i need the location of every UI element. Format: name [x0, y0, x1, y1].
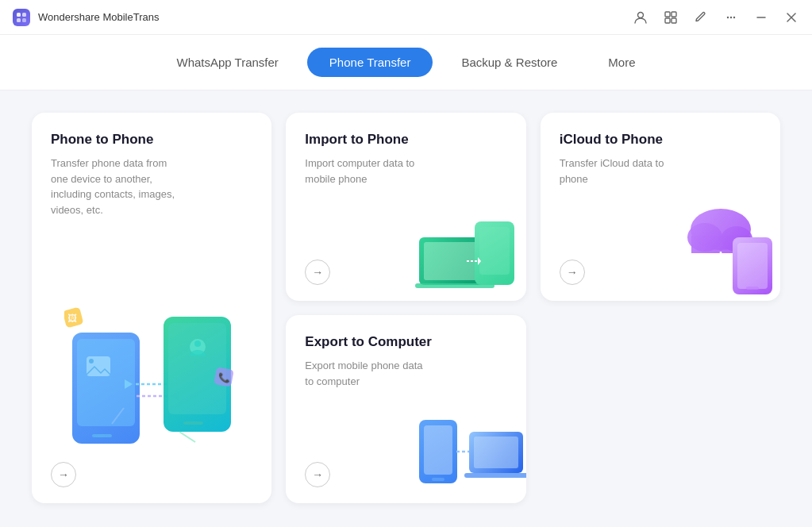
nav-whatsapp-transfer[interactable]: WhatsApp Transfer — [154, 48, 300, 77]
card-import-to-phone[interactable]: Import to Phone Import computer data to … — [286, 113, 525, 301]
export-illustration — [415, 408, 518, 495]
svg-rect-3 — [22, 18, 26, 22]
app-icon — [13, 9, 30, 26]
svg-rect-43 — [424, 425, 452, 475]
nav-backup-restore[interactable]: Backup & Restore — [439, 48, 579, 77]
import-illustration — [415, 206, 518, 293]
svg-text:📞: 📞 — [218, 371, 230, 383]
phone-to-phone-illustration: 🖼 📞 — [64, 301, 239, 456]
card-phone-to-phone-desc: Transfer phone data from one device to a… — [51, 156, 178, 217]
card-icloud-arrow[interactable]: → — [560, 260, 585, 285]
svg-point-10 — [730, 16, 732, 17]
card-export-title: Export to Computer — [305, 334, 506, 350]
svg-rect-6 — [672, 12, 676, 17]
card-phone-to-phone[interactable]: Phone to Phone Transfer phone data from … — [32, 113, 271, 503]
account-button[interactable] — [633, 10, 648, 25]
title-bar-left: Wondershare MobileTrans — [13, 9, 159, 26]
title-bar-right — [633, 10, 799, 25]
edit-button[interactable] — [693, 10, 709, 25]
card-export-arrow[interactable]: → — [305, 462, 330, 487]
card-import-desc: Import computer data to mobile phone — [305, 156, 432, 187]
title-bar: Wondershare MobileTrans — [0, 0, 812, 35]
icloud-illustration — [669, 198, 772, 293]
svg-rect-2 — [17, 18, 21, 22]
svg-rect-22 — [183, 421, 203, 425]
svg-rect-0 — [17, 13, 21, 17]
svg-rect-46 — [474, 437, 518, 468]
app-title: Wondershare MobileTrans — [38, 11, 159, 23]
card-phone-to-phone-arrow[interactable]: → — [51, 462, 76, 487]
card-export-to-computer[interactable]: Export to Computer Export mobile phone d… — [286, 315, 525, 503]
main-content: Phone to Phone Transfer phone data from … — [0, 90, 812, 525]
card-icloud-to-phone[interactable]: iCloud to Phone Transfer iCloud data to … — [541, 113, 780, 301]
card-import-title: Import to Phone — [305, 132, 506, 148]
svg-rect-8 — [672, 18, 676, 23]
card-import-arrow[interactable]: → — [305, 260, 330, 285]
card-phone-to-phone-title: Phone to Phone — [51, 132, 252, 148]
layout-button[interactable] — [663, 10, 679, 25]
close-button[interactable] — [783, 10, 799, 25]
svg-text:🖼: 🖼 — [67, 313, 77, 324]
svg-point-19 — [89, 359, 94, 364]
card-export-desc: Export mobile phone data to computer — [305, 358, 432, 389]
svg-rect-41 — [746, 287, 759, 290]
svg-rect-47 — [464, 473, 526, 478]
svg-point-24 — [194, 340, 201, 347]
svg-rect-40 — [737, 243, 768, 289]
svg-rect-44 — [432, 478, 444, 481]
svg-point-4 — [638, 12, 644, 17]
svg-rect-7 — [665, 18, 670, 23]
svg-point-9 — [727, 16, 729, 17]
svg-point-11 — [733, 16, 735, 17]
svg-rect-17 — [92, 434, 112, 437]
nav-phone-transfer[interactable]: Phone Transfer — [307, 48, 433, 77]
card-icloud-title: iCloud to Phone — [560, 132, 761, 148]
svg-rect-33 — [479, 227, 510, 275]
menu-button[interactable] — [723, 10, 739, 25]
minimize-button[interactable] — [753, 10, 769, 25]
nav-bar: WhatsApp Transfer Phone Transfer Backup … — [0, 35, 812, 90]
svg-rect-1 — [22, 13, 26, 17]
card-icloud-desc: Transfer iCloud data to phone — [560, 156, 687, 187]
svg-rect-5 — [665, 12, 670, 17]
nav-more[interactable]: More — [586, 48, 657, 77]
